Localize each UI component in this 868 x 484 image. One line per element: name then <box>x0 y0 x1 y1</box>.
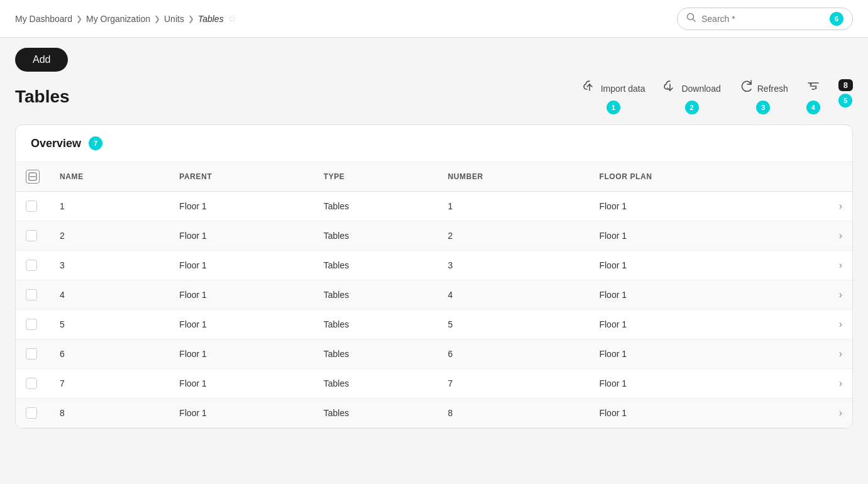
count-badge: 8 <box>838 79 853 91</box>
row-checkbox[interactable] <box>26 201 37 212</box>
import-label: Import data <box>601 84 646 94</box>
row-name: 4 <box>50 280 169 310</box>
table-row[interactable]: 5 Floor 1 Tables 5 Floor 1 › <box>16 310 852 339</box>
row-checkbox-cell <box>16 221 50 251</box>
col-actions <box>788 162 852 192</box>
search-icon <box>686 13 696 25</box>
units-table: NAME PARENT TYPE NUMBER FLOOR PLAN 1 Flo… <box>16 162 852 428</box>
row-number: 6 <box>438 339 590 369</box>
filter-action[interactable]: 4 <box>806 79 821 114</box>
row-checkbox[interactable] <box>26 260 37 271</box>
row-checkbox[interactable] <box>26 378 37 389</box>
overview-badge: 7 <box>89 136 102 150</box>
filter-icon <box>806 79 821 98</box>
row-checkbox[interactable] <box>26 348 37 360</box>
row-chevron[interactable]: › <box>788 192 852 221</box>
table-body: 1 Floor 1 Tables 1 Floor 1 › 2 Floor 1 T… <box>16 192 852 428</box>
select-all-checkbox[interactable] <box>26 170 40 184</box>
row-floor-plan: Floor 1 <box>589 251 788 280</box>
search-input[interactable] <box>701 14 825 24</box>
row-chevron[interactable]: › <box>788 251 852 280</box>
table-row[interactable]: 8 Floor 1 Tables 8 Floor 1 › <box>16 399 852 428</box>
svg-point-9 <box>810 84 811 85</box>
row-parent: Floor 1 <box>169 399 313 428</box>
table-row[interactable]: 1 Floor 1 Tables 1 Floor 1 › <box>16 192 852 221</box>
svg-line-1 <box>693 19 696 21</box>
download-icon <box>662 79 678 98</box>
row-chevron[interactable]: › <box>788 280 852 310</box>
row-chevron[interactable]: › <box>788 339 852 369</box>
add-button[interactable]: Add <box>15 48 68 72</box>
row-parent: Floor 1 <box>169 339 313 369</box>
row-parent: Floor 1 <box>169 251 313 280</box>
row-name: 8 <box>50 399 169 428</box>
row-type: Tables <box>314 192 438 221</box>
download-label: Download <box>681 84 720 94</box>
filter-button[interactable] <box>806 79 821 98</box>
row-type: Tables <box>314 251 438 280</box>
import-button[interactable]: Import data <box>582 79 646 98</box>
row-chevron[interactable]: › <box>788 310 852 339</box>
row-name: 5 <box>50 310 169 339</box>
row-checkbox[interactable] <box>26 319 37 330</box>
table-row[interactable]: 7 Floor 1 Tables 7 Floor 1 › <box>16 369 852 399</box>
row-name: 6 <box>50 339 169 369</box>
row-type: Tables <box>314 399 438 428</box>
breadcrumb-sep-3: ❯ <box>188 14 194 23</box>
table-row[interactable]: 6 Floor 1 Tables 6 Floor 1 › <box>16 339 852 369</box>
row-type: Tables <box>314 310 438 339</box>
import-action[interactable]: Import data 1 <box>582 79 646 114</box>
search-badge: 6 <box>830 12 843 26</box>
row-checkbox-cell <box>16 339 50 369</box>
refresh-badge: 3 <box>756 101 770 114</box>
breadcrumb-sep-1: ❯ <box>76 14 82 23</box>
content-area: Add Tables Import data 1 <box>0 38 868 439</box>
row-floor-plan: Floor 1 <box>589 369 788 399</box>
row-parent: Floor 1 <box>169 310 313 339</box>
select-all-header[interactable] <box>16 162 50 192</box>
breadcrumb-my-organization[interactable]: My Organization <box>86 14 150 24</box>
table-row[interactable]: 4 Floor 1 Tables 4 Floor 1 › <box>16 280 852 310</box>
breadcrumb-sep-2: ❯ <box>154 14 160 23</box>
col-type: TYPE <box>314 162 438 192</box>
toolbar: Import data 1 Download 2 <box>582 79 853 114</box>
col-name: NAME <box>50 162 169 192</box>
breadcrumb-my-dashboard[interactable]: My Dashboard <box>15 14 72 24</box>
count-sub-badge: 5 <box>838 94 852 107</box>
row-type: Tables <box>314 339 438 369</box>
section-header: Overview 7 <box>16 125 852 162</box>
row-floor-plan: Floor 1 <box>589 221 788 251</box>
row-checkbox[interactable] <box>26 407 37 419</box>
refresh-label: Refresh <box>757 84 788 94</box>
star-icon[interactable]: ☆ <box>228 13 236 25</box>
row-number: 5 <box>438 310 590 339</box>
search-box: 6 <box>677 8 853 30</box>
col-number: NUMBER <box>438 162 590 192</box>
import-badge: 1 <box>607 101 620 114</box>
row-number: 1 <box>438 192 590 221</box>
table-row[interactable]: 3 Floor 1 Tables 3 Floor 1 › <box>16 251 852 280</box>
download-button[interactable]: Download <box>662 79 720 98</box>
row-number: 4 <box>438 280 590 310</box>
refresh-action[interactable]: Refresh 3 <box>739 79 788 114</box>
row-checkbox[interactable] <box>26 230 37 241</box>
top-bar: My Dashboard ❯ My Organization ❯ Units ❯… <box>0 0 868 38</box>
row-checkbox[interactable] <box>26 289 37 300</box>
row-type: Tables <box>314 369 438 399</box>
row-name: 2 <box>50 221 169 251</box>
row-parent: Floor 1 <box>169 192 313 221</box>
row-parent: Floor 1 <box>169 369 313 399</box>
row-chevron[interactable]: › <box>788 221 852 251</box>
filter-badge: 4 <box>806 101 820 114</box>
row-name: 1 <box>50 192 169 221</box>
row-chevron[interactable]: › <box>788 369 852 399</box>
download-action[interactable]: Download 2 <box>662 79 720 114</box>
breadcrumb-units[interactable]: Units <box>164 14 184 24</box>
refresh-icon <box>739 79 754 98</box>
page-title: Tables <box>15 87 70 107</box>
breadcrumb-tables: Tables <box>198 14 224 24</box>
table-row[interactable]: 2 Floor 1 Tables 2 Floor 1 › <box>16 221 852 251</box>
row-chevron[interactable]: › <box>788 399 852 428</box>
row-parent: Floor 1 <box>169 221 313 251</box>
refresh-button[interactable]: Refresh <box>739 79 788 98</box>
